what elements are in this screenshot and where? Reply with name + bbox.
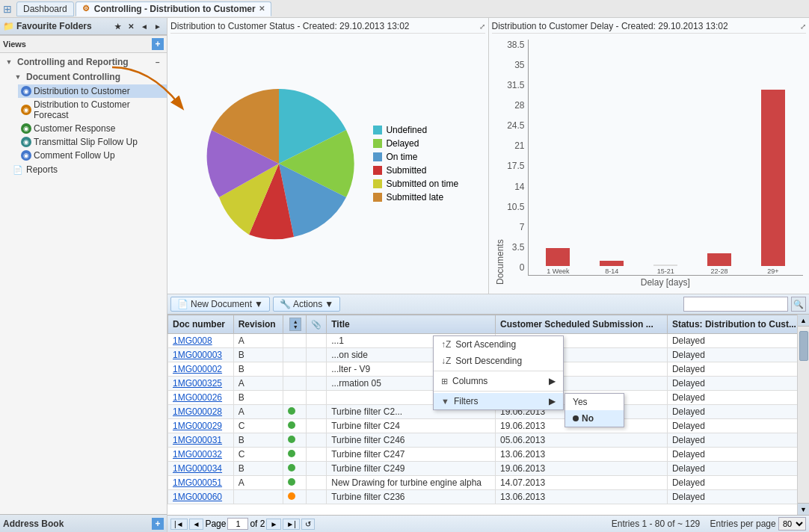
table-row: 1MG000051 A New Drawing for turbine engi… (168, 476, 809, 490)
tab-close-icon[interactable]: ✕ (259, 4, 265, 13)
sort-desc-icon: ↓Z (441, 356, 451, 366)
sidebar-item-distribution-forecast[interactable]: ◉ Distribution to Customer Forecast (18, 98, 167, 122)
pagination-bar: |◄ ◄ Page of 2 ► ►| ↺ Entries 1 - 80 of … (167, 515, 809, 532)
sidebar-item-document-controlling[interactable]: ▼ Document Controlling (9, 69, 167, 84)
pagination-left: |◄ ◄ Page of 2 ► ►| ↺ (170, 518, 315, 530)
add-view-button[interactable]: + (152, 38, 164, 50)
pie-chart-title: Distribution to Customer Status - Create… (170, 21, 485, 34)
page-last-button[interactable]: ►| (283, 519, 300, 530)
page-prev-button[interactable]: ◄ (189, 519, 204, 530)
charts-row: Distribution to Customer Status - Create… (167, 18, 809, 294)
expand-doc-icon: ▼ (12, 71, 24, 83)
sidebar-label-comment-followup: Comment Follow Up (34, 150, 115, 161)
search-input[interactable] (683, 297, 788, 312)
filter-no-item[interactable]: No (565, 410, 624, 427)
sidebar-item-transmittal[interactable]: ◉ Transmittal Slip Follow Up (18, 135, 167, 149)
main-layout: 📁 Favourite Folders ★ ✕ ◄ ► Views + ▼ Co… (0, 18, 809, 532)
doc-link[interactable]: 1MG000029 (173, 421, 222, 431)
th-doc-number[interactable]: Doc number (168, 315, 234, 334)
status-dot (288, 421, 295, 429)
doc-link[interactable]: 1MG000026 (173, 392, 222, 403)
legend-submitted-late: Submitted late (373, 192, 458, 202)
th-revision[interactable]: Revision (233, 315, 283, 334)
status-dot (288, 450, 295, 457)
refresh-button[interactable]: ↺ (301, 519, 315, 530)
columns-item[interactable]: ⊞ Columns ▶ (434, 373, 563, 389)
filter-yes-item[interactable]: Yes (565, 394, 624, 410)
th-sort-indicator[interactable]: ▲ ▼ (283, 315, 307, 334)
ci-orange-icon: ◉ (21, 105, 31, 115)
sort-descending-item[interactable]: ↓Z Sort Descending (434, 353, 563, 369)
views-label: Views (3, 40, 26, 49)
doc-link[interactable]: 1MG000031 (173, 435, 222, 445)
column-dropdown-menu: ↑Z Sort Ascending ↓Z Sort Descending ⊞ C… (433, 335, 564, 410)
content-area: Distribution to Customer Status - Create… (167, 18, 809, 532)
sort-ascending-item[interactable]: ↑Z Sort Ascending (434, 336, 563, 353)
actions-dropdown-icon: ▼ (324, 299, 333, 309)
sidebar-label-document-controlling: Document Controlling (26, 72, 120, 82)
doc-link[interactable]: 1MG000032 (173, 449, 222, 460)
pie-chart-expand-icon[interactable]: ⤢ (479, 22, 485, 31)
doc-link[interactable]: 1MG000325 (173, 378, 222, 389)
y-axis: 38.5 35 31.5 28 24.5 21 17.5 14 10.5 7 3… (505, 40, 528, 288)
close-icon[interactable]: ✕ (125, 20, 137, 32)
nav-back-icon[interactable]: ◄ (138, 20, 150, 32)
th-title[interactable]: Title (327, 315, 496, 334)
bar-chart-container: Documents 38.5 35 31.5 28 24.5 21 17.5 1… (492, 37, 807, 291)
page-first-button[interactable]: |◄ (170, 519, 188, 530)
sidebar-item-customer-response[interactable]: ◉ Customer Response (18, 122, 167, 135)
star-icon[interactable]: ★ (111, 20, 123, 32)
entries-per-page-select[interactable]: 80 (778, 517, 806, 531)
scroll-thumb[interactable] (799, 331, 808, 361)
page-next-button[interactable]: ► (266, 519, 281, 530)
vertical-scrollbar[interactable]: ▲ ▼ (797, 315, 809, 515)
sidebar-item-distribution-to-customer[interactable]: ◉ Distribution to Customer (18, 84, 167, 98)
sidebar: 📁 Favourite Folders ★ ✕ ◄ ► Views + ▼ Co… (0, 18, 167, 532)
add-address-button[interactable]: + (152, 518, 164, 530)
doc-link[interactable]: 1MG000002 (173, 364, 222, 374)
selected-bullet (573, 415, 579, 421)
th-customer-scheduled[interactable]: Customer Scheduled Submission ... (496, 315, 668, 334)
new-document-button[interactable]: 📄 New Document ▼ (170, 297, 270, 312)
bars-inner: 1 Week 8-14 15-21 (528, 40, 804, 276)
ci-green-icon: ◉ (21, 123, 31, 134)
sidebar-item-comment-followup[interactable]: ◉ Comment Follow Up (18, 149, 167, 162)
expand-icon: ▼ (3, 56, 15, 68)
legend-ontime: On time (373, 152, 458, 162)
scroll-down-button[interactable]: ▼ (798, 503, 809, 515)
sidebar-item-reports[interactable]: 📄 Reports (0, 162, 167, 177)
new-doc-icon: 📄 (177, 299, 188, 309)
doc-link[interactable]: 1MG000034 (173, 463, 222, 474)
sort-direction-button[interactable]: ▲ ▼ (289, 318, 301, 331)
new-doc-dropdown-icon: ▼ (254, 299, 263, 309)
scroll-up-button[interactable]: ▲ (798, 315, 809, 327)
doc-link[interactable]: 1MG000051 (173, 477, 222, 488)
tab-dashboard[interactable]: Dashboard (16, 1, 74, 16)
th-attachment[interactable]: 📎 (307, 315, 327, 334)
doc-link[interactable]: 1MG0008 (173, 335, 212, 346)
bars-area: 1 Week 8-14 15-21 (528, 40, 804, 288)
doc-link[interactable]: 1MG000003 (173, 350, 222, 360)
legend-undefined: Undefined (373, 125, 458, 135)
dropdown-divider-1 (434, 371, 563, 371)
search-button[interactable]: 🔍 (791, 297, 806, 312)
table-wrapper: Doc number Revision ▲ ▼ (167, 315, 809, 515)
x-axis-label: Delay [days] (528, 277, 804, 288)
address-bar: Address Book + (0, 514, 167, 532)
doc-link[interactable]: 1MG000028 (173, 406, 222, 417)
collapse-icon[interactable]: − (152, 56, 164, 68)
actions-button[interactable]: 🔧 Actions ▼ (273, 297, 340, 312)
filters-item[interactable]: ▼ Filters ▶ Yes No (434, 393, 563, 409)
bar-22-28-rect (707, 253, 731, 266)
document-controlling-group: ▼ Document Controlling ◉ Distribution to… (0, 69, 167, 162)
nav-forward-icon[interactable]: ► (152, 20, 164, 32)
th-status[interactable]: Status: Distribution to Cust... (667, 315, 808, 334)
ci-teal-icon: ◉ (21, 137, 31, 147)
folder-icon: 📁 (3, 21, 14, 31)
page-number-input[interactable] (227, 518, 248, 530)
ci-blue2-icon: ◉ (21, 150, 31, 161)
sidebar-item-controlling-reporting[interactable]: ▼ Controlling and Reporting − (0, 55, 167, 69)
doc-link[interactable]: 1MG000060 (173, 492, 222, 502)
bar-chart-expand-icon[interactable]: ⤢ (800, 22, 806, 31)
tab-controlling[interactable]: ⚙ Controlling - Distribution to Customer… (76, 1, 271, 16)
